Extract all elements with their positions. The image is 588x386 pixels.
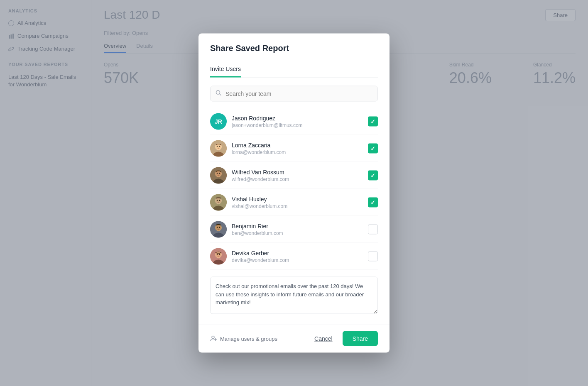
avatar-wilfred-van-rossum [210, 167, 227, 184]
user-row-benjamin-rier[interactable]: Benjamin Rier ben@wonderblum.com [210, 216, 378, 243]
message-area [210, 277, 378, 316]
avatar-lorna-zaccaria [210, 140, 227, 157]
user-email-devika-gerber: devika@wonderblum.com [232, 257, 363, 263]
manage-users-link[interactable]: Manage users & groups [210, 335, 277, 342]
message-textarea[interactable] [210, 277, 378, 314]
modal-header: Share Saved Report Invite Users [198, 34, 390, 78]
checkbox-checked-jason [368, 117, 378, 127]
user-name-devika-gerber: Devika Gerber [232, 250, 363, 257]
avatar-jason-rodriguez: JR [210, 113, 227, 130]
modal-title: Share Saved Report [210, 44, 378, 53]
user-info-jason-rodriguez: Jason Rodriguez jason+wonderblum@litmus.… [232, 115, 363, 128]
checkbox-checked-vishal [368, 198, 378, 208]
cancel-button[interactable]: Cancel [309, 332, 338, 345]
manage-users-label: Manage users & groups [220, 335, 277, 342]
manage-users-icon [210, 335, 218, 342]
user-info-benjamin-rier: Benjamin Rier ben@wonderblum.com [232, 223, 363, 236]
user-info-devika-gerber: Devika Gerber devika@wonderblum.com [232, 250, 363, 263]
checkbox-lorna-zaccaria[interactable] [368, 144, 378, 154]
user-row-wilfred-van-rossum[interactable]: Wilfred Van Rossum wilfred@wonderblum.co… [210, 162, 378, 189]
user-email-wilfred-van-rossum: wilfred@wonderblum.com [232, 176, 363, 182]
svg-point-31 [216, 252, 221, 258]
checkbox-checked-lorna [368, 144, 378, 154]
svg-point-20 [217, 200, 218, 201]
share-modal: Share Saved Report Invite Users JR Jason… [198, 34, 390, 353]
svg-point-40 [212, 336, 214, 339]
svg-point-8 [217, 146, 218, 147]
svg-point-21 [219, 200, 220, 201]
svg-point-9 [219, 146, 220, 147]
footer-actions: Cancel Share [309, 331, 378, 346]
user-name-lorna-zaccaria: Lorna Zaccaria [232, 142, 363, 149]
user-row-jason-rodriguez[interactable]: JR Jason Rodriguez jason+wonderblum@litm… [210, 108, 378, 135]
share-button[interactable]: Share [343, 331, 378, 346]
checkbox-devika-gerber[interactable] [368, 252, 378, 261]
svg-point-26 [217, 227, 218, 228]
user-info-lorna-zaccaria: Lorna Zaccaria lorna@wonderblum.com [232, 142, 363, 155]
search-container [210, 86, 378, 102]
user-name-vishal-huxley: Vishal Huxley [232, 196, 363, 203]
search-icon [215, 90, 222, 98]
checkbox-unchecked-benjamin [368, 225, 378, 235]
users-list: JR Jason Rodriguez jason+wonderblum@litm… [210, 108, 378, 270]
search-input[interactable] [210, 86, 378, 102]
avatar-benjamin-rier [210, 221, 227, 238]
checkbox-unchecked-devika [368, 252, 378, 261]
checkbox-benjamin-rier[interactable] [368, 225, 378, 235]
modal-tabs: Invite Users [210, 61, 378, 78]
modal-body: JR Jason Rodriguez jason+wonderblum@litm… [198, 78, 390, 324]
user-info-wilfred-van-rossum: Wilfred Van Rossum wilfred@wonderblum.co… [232, 169, 363, 182]
user-name-benjamin-rier: Benjamin Rier [232, 223, 363, 230]
user-name-wilfred-van-rossum: Wilfred Van Rossum [232, 169, 363, 176]
svg-point-27 [219, 227, 220, 228]
svg-point-19 [216, 198, 221, 204]
user-email-lorna-zaccaria: lorna@wonderblum.com [232, 149, 363, 155]
svg-point-14 [217, 173, 218, 174]
tab-invite-users[interactable]: Invite Users [210, 61, 241, 78]
svg-point-15 [219, 173, 220, 174]
checkbox-jason-rodriguez[interactable] [368, 117, 378, 127]
checkbox-wilfred-van-rossum[interactable] [368, 171, 378, 181]
user-row-devika-gerber[interactable]: Devika Gerber devika@wonderblum.com [210, 243, 378, 270]
user-email-jason-rodriguez: jason+wonderblum@litmus.com [232, 122, 363, 128]
modal-footer: Manage users & groups Cancel Share [198, 324, 390, 353]
avatar-vishal-huxley [210, 194, 227, 211]
svg-point-25 [216, 225, 221, 231]
user-row-vishal-huxley[interactable]: Vishal Huxley vishal@wonderblum.com [210, 189, 378, 216]
user-name-jason-rodriguez: Jason Rodriguez [232, 115, 363, 122]
checkbox-checked-wilfred [368, 171, 378, 181]
user-email-vishal-huxley: vishal@wonderblum.com [232, 203, 363, 209]
avatar-devika-gerber [210, 248, 227, 265]
user-info-vishal-huxley: Vishal Huxley vishal@wonderblum.com [232, 196, 363, 209]
checkbox-vishal-huxley[interactable] [368, 198, 378, 208]
user-row-lorna-zaccaria[interactable]: Lorna Zaccaria lorna@wonderblum.com [210, 135, 378, 162]
user-email-benjamin-rier: ben@wonderblum.com [232, 230, 363, 236]
